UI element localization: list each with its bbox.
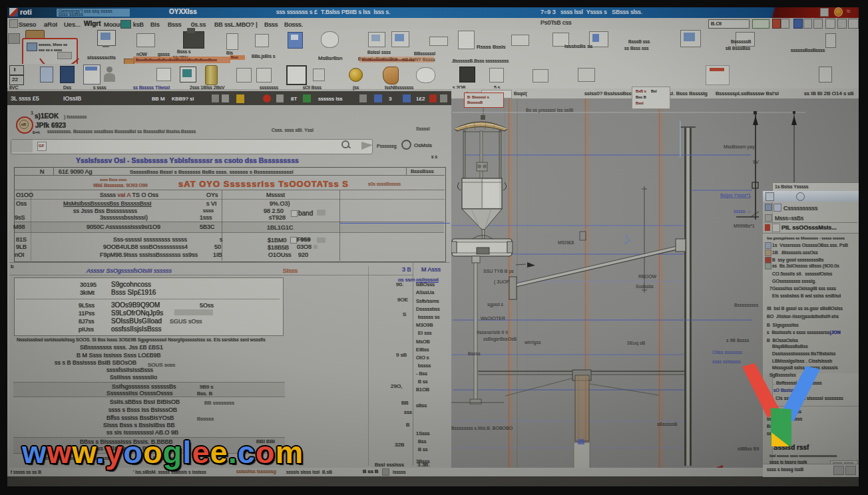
- svg-text:wIrrIgss: wIrrIgss: [524, 340, 541, 345]
- svg-text:sBsssssB: sBsssssB: [657, 422, 678, 426]
- svg-text:9V: 9V: [753, 160, 759, 164]
- svg-text:MssBsssm psy: MssBsssm psy: [724, 144, 755, 150]
- svg-text:s 9B Bssss: s 9B Bssss: [726, 338, 750, 343]
- svg-text:SSU TYB B ps: SSU TYB B ps: [483, 269, 514, 274]
- svg-text:O9ss ssIsssss: O9ss ssIsssss: [712, 350, 742, 355]
- svg-text:ssBsgsrBssOsB: ssBsgsrBssOsB: [483, 337, 517, 342]
- svg-text:Bssss: Bssss: [468, 351, 481, 356]
- svg-text:SEuq sB: SEuq sB: [627, 341, 646, 346]
- svg-text:sssss →: sssss →: [734, 209, 751, 214]
- svg-text:MSI9£8: MSI9£8: [558, 240, 574, 245]
- svg-text:BsIjss Yssss*1: BsIjss Yssss*1: [720, 193, 751, 198]
- svg-text:Sodssbs: Sodssbs: [636, 284, 654, 289]
- svg-text:( 3UOP: ( 3UOP: [494, 279, 510, 285]
- svg-text:Bs ss prsssssI Iss ssIB: Bs ss prsssssI Iss ssIB: [526, 108, 574, 113]
- svg-text:Bsssssssss: Bsssssssss: [734, 303, 759, 307]
- svg-text:RBOOW: RBOOW: [638, 274, 657, 279]
- svg-text:9sssnsrIsIb 9 II: 9sssnsrIsIb 9 II: [477, 330, 508, 335]
- svg-text:Bssssssss s.MsI.B. BOBOBO: Bssssssss s.MsI.B. BOBOBO: [451, 426, 513, 430]
- svg-text:sgpsd s: sgpsd s: [487, 302, 504, 307]
- svg-text:WsOIOTER: WsOIOTER: [481, 316, 505, 321]
- svg-text:M9998s*1: M9998s*1: [734, 224, 755, 228]
